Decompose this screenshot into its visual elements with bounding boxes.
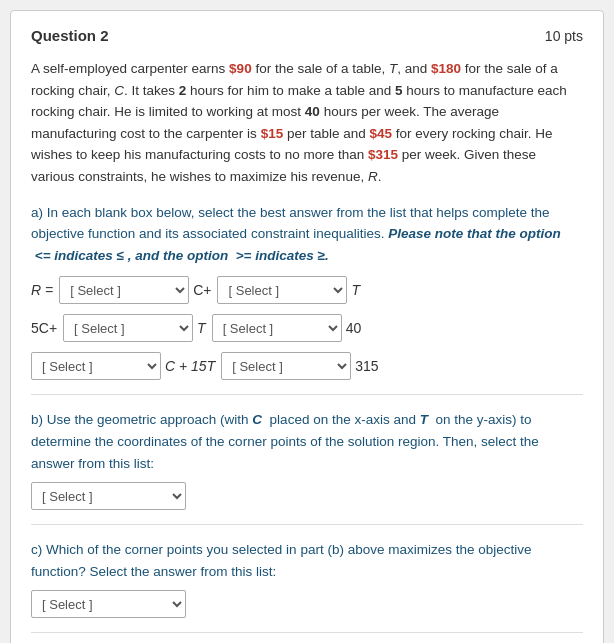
- row2: 5C+ [ Select ] 90 180 2 5 15 45 <= >= T …: [31, 314, 583, 342]
- max-hours: 40: [305, 104, 320, 119]
- row1-pre: R =: [31, 282, 53, 298]
- var-c-b: C: [252, 412, 262, 427]
- var-C: C: [114, 83, 124, 98]
- row2-select2[interactable]: [ Select ] 90 180 2 5 15 45 <= >=: [212, 314, 342, 342]
- row2-select1[interactable]: [ Select ] 90 180 2 5 15 45 <= >=: [63, 314, 193, 342]
- the-option: the option: [163, 248, 228, 263]
- part-b-select[interactable]: [ Select ]: [31, 482, 186, 510]
- var-T: T: [389, 61, 397, 76]
- pts-label: 10 pts: [545, 28, 583, 44]
- part-c-row: [ Select ]: [31, 590, 583, 618]
- price-table: $90: [229, 61, 252, 76]
- row2-mid: T: [197, 320, 206, 336]
- row2-pre: 5C+: [31, 320, 57, 336]
- row3-mid: C + 15T: [165, 358, 215, 374]
- row1-mid: C+: [193, 282, 211, 298]
- hours-table: 2: [179, 83, 187, 98]
- part-a-note: Please note that the option <= indicates…: [31, 226, 561, 263]
- max-cost: $315: [368, 147, 398, 162]
- problem-text: A self-employed carpenter earns $90 for …: [31, 58, 583, 188]
- row1-select1[interactable]: [ Select ] 90 180 2 5 15 45 <= >=: [59, 276, 189, 304]
- divider3: [31, 632, 583, 633]
- row3: [ Select ] 90 180 2 5 15 45 <= >= C + 15…: [31, 352, 583, 380]
- row3-select1[interactable]: [ Select ] 90 180 2 5 15 45 <= >=: [31, 352, 161, 380]
- card-header: Question 2 10 pts: [31, 27, 583, 44]
- var-R: R: [368, 169, 378, 184]
- row3-post: 315: [355, 358, 378, 374]
- part-b-label: b) Use the geometric approach (with C pl…: [31, 409, 583, 474]
- divider2: [31, 524, 583, 525]
- part-a-label: a) In each blank box below, select the b…: [31, 202, 583, 267]
- row3-select2[interactable]: [ Select ] 90 180 2 5 15 45 <= >=: [221, 352, 351, 380]
- part-c-label: c) Which of the corner points you select…: [31, 539, 583, 582]
- part-c-select[interactable]: [ Select ]: [31, 590, 186, 618]
- row2-post: 40: [346, 320, 362, 336]
- divider1: [31, 394, 583, 395]
- question-title: Question 2: [31, 27, 109, 44]
- question-card: Question 2 10 pts A self-employed carpen…: [10, 10, 604, 643]
- row1-post: T: [351, 282, 360, 298]
- cost-table: $15: [261, 126, 284, 141]
- var-t-b: T: [420, 412, 428, 427]
- part-b-row: [ Select ]: [31, 482, 583, 510]
- price-chair: $180: [431, 61, 461, 76]
- row1-select2[interactable]: [ Select ] 90 180 2 5 15 45 <= >=: [217, 276, 347, 304]
- row1: R = [ Select ] 90 180 2 5 15 45 <= >= C+…: [31, 276, 583, 304]
- cost-chair: $45: [369, 126, 392, 141]
- hours-chair: 5: [395, 83, 403, 98]
